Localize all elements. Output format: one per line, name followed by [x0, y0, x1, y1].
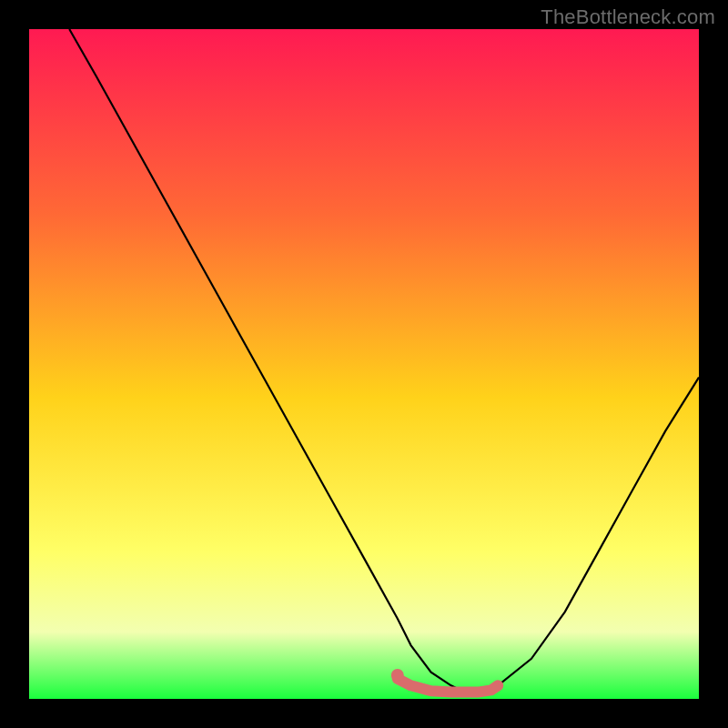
- chart-frame: TheBottleneck.com: [0, 0, 728, 728]
- plot-area: [29, 29, 699, 699]
- watermark-text: TheBottleneck.com: [541, 5, 715, 29]
- accent-segment: [398, 679, 498, 693]
- accent-dot: [391, 669, 404, 682]
- bottleneck-curve: [69, 29, 699, 693]
- curve-layer: [29, 29, 699, 699]
